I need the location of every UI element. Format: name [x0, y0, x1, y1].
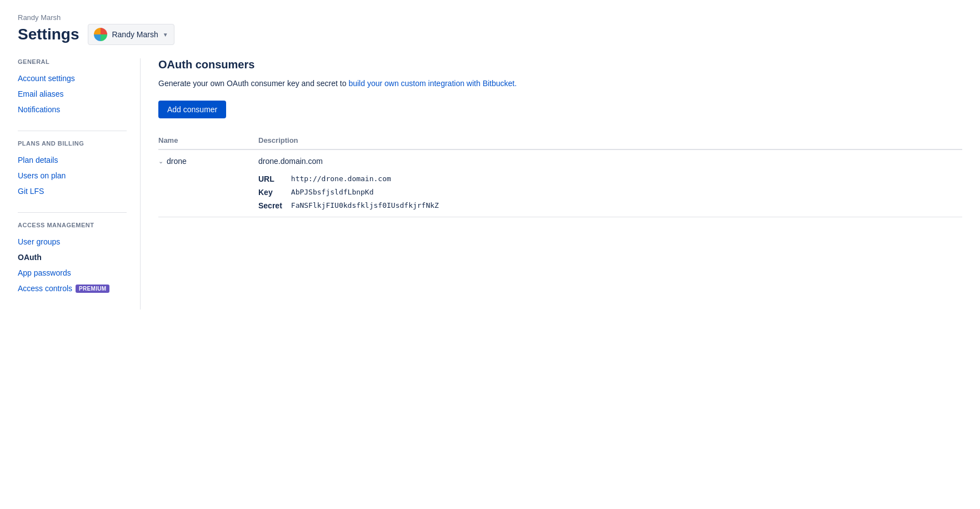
table-row: ⌄ drone drone.domain.com: [158, 149, 962, 168]
consumer-details-grid: URL http://drone.domain.com Key AbPJSbsf…: [258, 170, 956, 214]
sidebar-divider-1: [18, 131, 127, 131]
secret-value: FaNSFlkjFIU0kdsfkljsf0IUsdfkjrfNkZ: [291, 201, 956, 210]
consumer-details-row: URL http://drone.domain.com Key AbPJSbsf…: [158, 168, 962, 217]
premium-badge: PREMIUM: [76, 285, 109, 293]
chevron-expand-icon[interactable]: ⌄: [158, 158, 163, 165]
user-label: Randy Marsh: [18, 13, 962, 22]
avatar: [94, 28, 107, 41]
sidebar-access-section: ACCESS MANAGEMENT User groups OAuth App …: [18, 222, 127, 296]
sidebar-item-plan-details[interactable]: Plan details: [18, 152, 127, 168]
oauth-consumers-heading: OAuth consumers: [158, 58, 962, 71]
sidebar-access-title: ACCESS MANAGEMENT: [18, 222, 127, 228]
description-paragraph: Generate your own OAuth consumer key and…: [158, 78, 962, 89]
consumer-name: drone: [167, 157, 187, 166]
content-layout: GENERAL Account settings Email aliases N…: [18, 58, 962, 310]
sidebar-general-section: GENERAL Account settings Email aliases N…: [18, 58, 127, 117]
key-label: Key: [258, 188, 282, 197]
account-switcher[interactable]: Randy Marsh ▼: [88, 24, 174, 45]
add-consumer-button[interactable]: Add consumer: [158, 101, 226, 118]
description-text-static: Generate your own OAuth consumer key and…: [158, 79, 348, 88]
sidebar-plans-section: PLANS AND BILLING Plan details Users on …: [18, 140, 127, 199]
sidebar-item-git-lfs[interactable]: Git LFS: [18, 183, 127, 199]
sidebar-item-oauth: OAuth: [18, 249, 127, 265]
consumer-description: drone.domain.com: [258, 149, 962, 168]
header-section: Randy Marsh Settings Randy Marsh ▼: [18, 13, 962, 45]
sidebar-item-users-on-plan[interactable]: Users on plan: [18, 168, 127, 183]
key-value: AbPJSbsfjsldfLbnpKd: [291, 188, 956, 197]
sidebar-item-email-aliases[interactable]: Email aliases: [18, 86, 127, 102]
col-name-header: Name: [158, 132, 258, 149]
sidebar-divider-2: [18, 212, 127, 213]
bitbucket-integration-link[interactable]: build your own custom integration with B…: [348, 79, 517, 88]
sidebar-item-app-passwords[interactable]: App passwords: [18, 265, 127, 281]
sidebar-item-access-controls[interactable]: Access controls: [18, 281, 72, 296]
secret-label: Secret: [258, 201, 282, 210]
settings-row: Settings Randy Marsh ▼: [18, 24, 962, 45]
consumers-table: Name Description ⌄ drone drone.domain.co…: [158, 132, 962, 217]
chevron-down-icon: ▼: [163, 32, 168, 38]
url-value: http://drone.domain.com: [291, 174, 956, 183]
col-description-header: Description: [258, 132, 962, 149]
switcher-name: Randy Marsh: [112, 30, 158, 39]
sidebar-item-notifications[interactable]: Notifications: [18, 102, 127, 117]
main-content: OAuth consumers Generate your own OAuth …: [140, 58, 962, 310]
sidebar-item-account-settings[interactable]: Account settings: [18, 71, 127, 86]
sidebar-item-user-groups[interactable]: User groups: [18, 234, 127, 249]
table-header-row: Name Description: [158, 132, 962, 149]
sidebar-general-title: GENERAL: [18, 58, 127, 65]
page-title: Settings: [18, 26, 79, 43]
sidebar: GENERAL Account settings Email aliases N…: [18, 58, 140, 310]
url-label: URL: [258, 174, 282, 183]
sidebar-plans-title: PLANS AND BILLING: [18, 140, 127, 147]
consumer-name-cell: ⌄ drone: [158, 157, 252, 166]
